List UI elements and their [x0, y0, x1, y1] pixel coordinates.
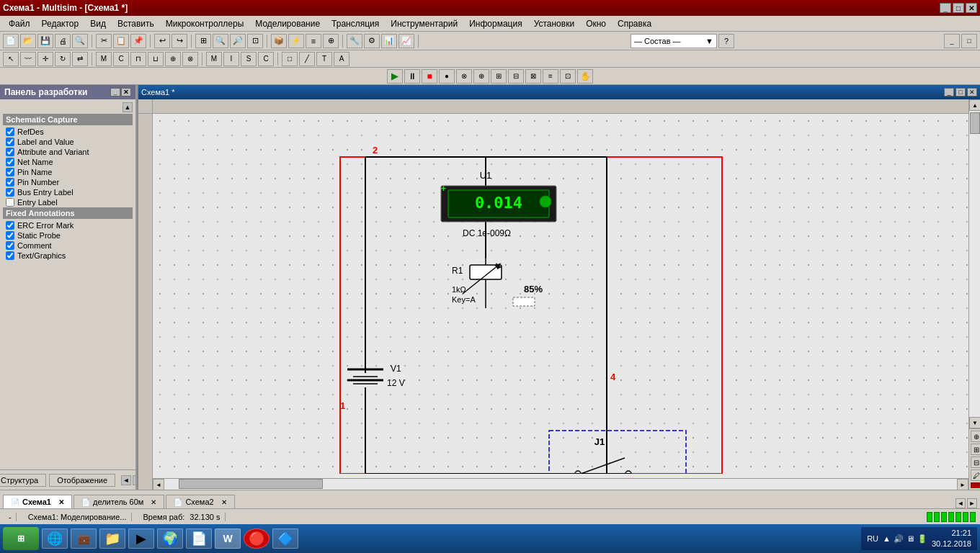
taskbar-word[interactable]: W [215, 529, 241, 549]
taskbar-explorer[interactable]: 📁 [99, 529, 125, 549]
sim-tool3[interactable]: ⊞ [491, 69, 507, 84]
zoom-tool-4[interactable]: 🖊 [971, 469, 980, 481]
taskbar-chrome[interactable]: 🌍 [157, 529, 183, 549]
zoom-tool-3[interactable]: ⊟ [971, 457, 980, 468]
zoom-tool-2[interactable]: ⊞ [971, 444, 980, 455]
checkbox-pin-number[interactable] [6, 178, 14, 186]
component-dropdown[interactable]: — Состав — ▼ [631, 34, 717, 48]
tab-close-delitel[interactable]: ✕ [151, 498, 156, 506]
tab-delitel[interactable]: 📄 делитель 60м ✕ [74, 495, 164, 508]
zoom-fit-button[interactable]: ⊞ [195, 34, 211, 48]
panel-item-label-value[interactable]: Label and Value [3, 137, 133, 147]
design-tool-2[interactable]: C [113, 52, 129, 66]
menu-editor[interactable]: Редактор [36, 17, 85, 30]
minimize-button[interactable]: _ [940, 3, 951, 13]
menu-tools[interactable]: Инструментарий [385, 17, 463, 30]
panel-item-refdes[interactable]: RefDes [3, 127, 133, 137]
annot-tool-3[interactable]: S [241, 52, 257, 66]
shape-text[interactable]: T [316, 52, 332, 66]
taskbar-doc[interactable]: 📄 [186, 529, 212, 549]
taskbar-app2[interactable]: 💼 [71, 529, 97, 549]
flip-tool[interactable]: ⇄ [72, 52, 88, 66]
panel-item-pin-number[interactable]: Pin Number [3, 177, 133, 187]
checkbox-pin-name[interactable] [6, 168, 14, 176]
checkbox-erc-error[interactable] [6, 221, 14, 230]
section-fixed-annotations[interactable]: Fixed Annotations [3, 207, 133, 219]
design-tool-1[interactable]: M [96, 52, 112, 66]
oscope-button[interactable]: 📊 [381, 34, 397, 48]
junction-button[interactable]: ⊕ [323, 34, 339, 48]
print-button[interactable]: 🖨 [55, 34, 71, 48]
undo-button[interactable]: ↩ [154, 34, 170, 48]
panel-item-erc-error[interactable]: ERC Error Mark [3, 220, 133, 230]
menu-info[interactable]: Информация [463, 17, 527, 30]
sim-tool1[interactable]: ⊗ [456, 69, 472, 84]
print-preview-button[interactable]: 🔍 [72, 34, 88, 48]
taskbar-media[interactable]: ▶ [128, 529, 154, 549]
sim-run[interactable]: ▶ [387, 69, 403, 84]
vertical-scrollbar[interactable]: ▲ ▼ ⊕ ⊞ ⊟ 🖊 [968, 99, 980, 490]
menu-insert[interactable]: Вставить [112, 17, 160, 30]
redo-button[interactable]: ↪ [172, 34, 187, 48]
shape-rect[interactable]: □ [282, 52, 298, 66]
h-scroll-left[interactable]: ◄ [153, 479, 164, 490]
shape-line[interactable]: ╱ [299, 52, 315, 66]
select-tool[interactable]: ↖ [3, 52, 19, 66]
taskbar-blue[interactable]: 🔷 [272, 529, 298, 549]
design-tool-3[interactable]: ⊓ [130, 52, 146, 66]
sim-tool7[interactable]: ⊡ [560, 69, 576, 84]
menu-simulate[interactable]: Моделирование [249, 17, 326, 30]
inner-minimize-btn[interactable]: _ [944, 88, 954, 96]
component-button[interactable]: 📦 [271, 34, 287, 48]
panel-scroll-up[interactable]: ▲ [122, 102, 133, 112]
v-scroll-track[interactable] [969, 111, 980, 417]
shape-4[interactable]: A [334, 52, 349, 66]
inner-minimize[interactable]: _ [944, 34, 960, 48]
panel-item-pin-name[interactable]: Pin Name [3, 167, 133, 177]
inner-restore[interactable]: □ [961, 34, 977, 48]
panel-item-bus-entry[interactable]: Bus Entry Label [3, 187, 133, 197]
maximize-button[interactable]: □ [953, 3, 964, 13]
bus-button[interactable]: ≡ [306, 34, 321, 48]
design-tool-4[interactable]: ⊔ [148, 52, 164, 66]
rotate-tool[interactable]: ↻ [55, 52, 71, 66]
menu-view[interactable]: Вид [84, 17, 112, 30]
h-scroll-thumb[interactable] [179, 479, 323, 489]
sim-tool6[interactable]: ≡ [543, 69, 558, 84]
design-tool-6[interactable]: ⊗ [182, 52, 198, 66]
close-button[interactable]: ✕ [966, 3, 977, 13]
taskbar-red[interactable]: 🔴 [244, 529, 270, 549]
tab-scroll-right[interactable]: ► [967, 498, 977, 508]
inner-close-btn[interactable]: ✕ [967, 88, 977, 96]
h-scroll-right[interactable]: ► [957, 479, 968, 490]
checkbox-static-probe[interactable] [6, 231, 14, 240]
panel-item-comment[interactable]: Comment [3, 240, 133, 251]
v-scroll-up[interactable]: ▲ [969, 99, 980, 111]
open-button[interactable]: 📂 [20, 34, 36, 48]
inner-restore-btn[interactable]: □ [956, 88, 966, 96]
help-button[interactable]: ? [718, 34, 734, 48]
zoom-in-button[interactable]: 🔍 [213, 34, 228, 48]
sim-pause[interactable]: ⏸ [404, 69, 420, 84]
tray-lang[interactable]: RU [867, 534, 878, 543]
sim-hand[interactable]: ✋ [577, 69, 593, 84]
sim-tool2[interactable]: ⊕ [473, 69, 489, 84]
tab-close-schema1[interactable]: ✕ [58, 498, 64, 506]
start-button[interactable]: ⊞ [3, 527, 39, 550]
tab-scroll-left[interactable]: ◄ [956, 498, 966, 508]
panel-minimize[interactable]: _ [110, 88, 120, 96]
tab-schema2[interactable]: 📄 Схема2 ✕ [166, 495, 234, 508]
annot-tool-1[interactable]: M [206, 52, 222, 66]
panel-nav-back[interactable]: ◄ [121, 475, 131, 485]
wire-button[interactable]: ⚡ [288, 34, 304, 48]
view-tab[interactable]: Отображение [49, 474, 115, 487]
checkbox-text-graphics[interactable] [6, 251, 14, 260]
h-scroll-track[interactable] [164, 479, 957, 490]
annot-tool-4[interactable]: C [258, 52, 274, 66]
panel-item-attribute-variant[interactable]: Attribute and Variant [3, 147, 133, 157]
horizontal-scrollbar[interactable]: ◄ ► [153, 478, 968, 490]
tray-speaker[interactable]: 🔊 [894, 534, 904, 544]
checkbox-label-value[interactable] [6, 138, 14, 146]
panel-item-text-graphics[interactable]: Text/Graphics [3, 251, 133, 261]
tray-network[interactable]: 🖥 [906, 534, 914, 543]
